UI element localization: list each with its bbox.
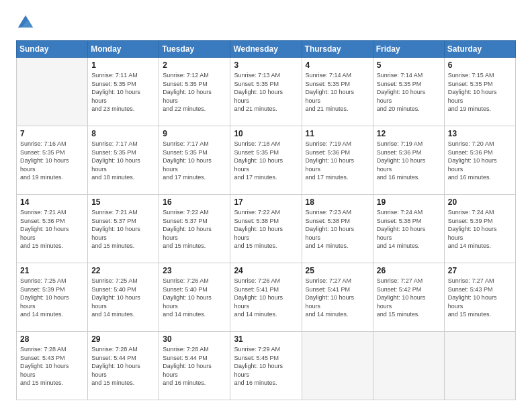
- calendar-cell: 29Sunrise: 7:28 AMSunset: 5:44 PMDayligh…: [88, 332, 159, 400]
- day-number: 2: [163, 60, 226, 70]
- day-info: Sunrise: 7:21 AMSunset: 5:37 PMDaylight:…: [91, 208, 155, 250]
- weekday-header-row: SundayMondayTuesdayWednesdayThursdayFrid…: [17, 41, 516, 58]
- day-number: 17: [234, 197, 298, 207]
- calendar-cell: [373, 332, 444, 400]
- calendar-cell: 22Sunrise: 7:25 AMSunset: 5:40 PMDayligh…: [88, 263, 159, 332]
- day-info: Sunrise: 7:24 AMSunset: 5:39 PMDaylight:…: [448, 208, 512, 250]
- calendar-cell: 7Sunrise: 7:16 AMSunset: 5:35 PMDaylight…: [17, 126, 88, 195]
- day-number: 15: [91, 197, 155, 207]
- day-info: Sunrise: 7:17 AMSunset: 5:35 PMDaylight:…: [163, 140, 226, 182]
- day-number: 3: [234, 60, 298, 70]
- calendar-cell: 15Sunrise: 7:21 AMSunset: 5:37 PMDayligh…: [88, 195, 159, 263]
- calendar-cell: 17Sunrise: 7:22 AMSunset: 5:38 PMDayligh…: [230, 195, 302, 263]
- day-number: 18: [306, 197, 369, 207]
- day-number: 20: [448, 197, 512, 207]
- week-row-5: 28Sunrise: 7:28 AMSunset: 5:43 PMDayligh…: [17, 332, 516, 400]
- day-number: 28: [20, 334, 84, 344]
- week-row-4: 21Sunrise: 7:25 AMSunset: 5:39 PMDayligh…: [17, 263, 516, 332]
- day-info: Sunrise: 7:24 AMSunset: 5:38 PMDaylight:…: [377, 208, 441, 250]
- day-info: Sunrise: 7:27 AMSunset: 5:41 PMDaylight:…: [306, 277, 369, 319]
- day-number: 22: [91, 266, 155, 275]
- day-info: Sunrise: 7:16 AMSunset: 5:35 PMDaylight:…: [20, 140, 84, 182]
- calendar-cell: 30Sunrise: 7:28 AMSunset: 5:44 PMDayligh…: [159, 332, 230, 400]
- calendar-cell: [444, 332, 515, 400]
- weekday-thursday: Thursday: [302, 41, 373, 58]
- calendar-cell: 21Sunrise: 7:25 AMSunset: 5:39 PMDayligh…: [17, 263, 88, 332]
- day-number: 16: [163, 197, 226, 207]
- day-info: Sunrise: 7:25 AMSunset: 5:40 PMDaylight:…: [91, 277, 155, 319]
- calendar-cell: 2Sunrise: 7:12 AMSunset: 5:35 PMDaylight…: [159, 58, 230, 126]
- page: SundayMondayTuesdayWednesdayThursdayFrid…: [0, 0, 532, 411]
- day-number: 1: [91, 60, 155, 70]
- calendar-cell: 6Sunrise: 7:15 AMSunset: 5:35 PMDaylight…: [444, 58, 515, 126]
- calendar-cell: 27Sunrise: 7:27 AMSunset: 5:43 PMDayligh…: [444, 263, 515, 332]
- calendar-cell: 19Sunrise: 7:24 AMSunset: 5:38 PMDayligh…: [373, 195, 444, 263]
- calendar-table: SundayMondayTuesdayWednesdayThursdayFrid…: [16, 40, 516, 400]
- calendar-cell: 24Sunrise: 7:26 AMSunset: 5:41 PMDayligh…: [230, 263, 302, 332]
- week-row-1: 1Sunrise: 7:11 AMSunset: 5:35 PMDaylight…: [17, 58, 516, 126]
- calendar-cell: 28Sunrise: 7:28 AMSunset: 5:43 PMDayligh…: [17, 332, 88, 400]
- calendar-cell: 9Sunrise: 7:17 AMSunset: 5:35 PMDaylight…: [159, 126, 230, 195]
- day-number: 19: [377, 197, 441, 207]
- calendar-cell: [17, 58, 88, 126]
- calendar-cell: 1Sunrise: 7:11 AMSunset: 5:35 PMDaylight…: [88, 58, 159, 126]
- calendar-cell: 25Sunrise: 7:27 AMSunset: 5:41 PMDayligh…: [302, 263, 373, 332]
- day-info: Sunrise: 7:27 AMSunset: 5:42 PMDaylight:…: [377, 277, 441, 319]
- calendar-cell: 20Sunrise: 7:24 AMSunset: 5:39 PMDayligh…: [444, 195, 515, 263]
- day-info: Sunrise: 7:20 AMSunset: 5:36 PMDaylight:…: [448, 140, 512, 182]
- day-number: 4: [306, 60, 369, 70]
- day-info: Sunrise: 7:12 AMSunset: 5:35 PMDaylight:…: [163, 71, 226, 113]
- day-number: 27: [448, 266, 512, 275]
- day-number: 31: [234, 334, 298, 344]
- calendar-cell: 18Sunrise: 7:23 AMSunset: 5:38 PMDayligh…: [302, 195, 373, 263]
- calendar-cell: [302, 332, 373, 400]
- header: [16, 13, 516, 32]
- day-info: Sunrise: 7:14 AMSunset: 5:35 PMDaylight:…: [306, 71, 369, 113]
- day-number: 29: [91, 334, 155, 344]
- day-number: 25: [306, 266, 369, 275]
- day-info: Sunrise: 7:22 AMSunset: 5:38 PMDaylight:…: [234, 208, 298, 250]
- calendar-cell: 12Sunrise: 7:19 AMSunset: 5:36 PMDayligh…: [373, 126, 444, 195]
- day-number: 30: [163, 334, 226, 344]
- day-number: 24: [234, 266, 298, 275]
- day-number: 12: [377, 129, 441, 138]
- logo: [16, 13, 38, 32]
- day-info: Sunrise: 7:19 AMSunset: 5:36 PMDaylight:…: [377, 140, 441, 182]
- calendar-cell: 23Sunrise: 7:26 AMSunset: 5:40 PMDayligh…: [159, 263, 230, 332]
- weekday-friday: Friday: [373, 41, 444, 58]
- day-number: 9: [163, 129, 226, 138]
- day-info: Sunrise: 7:27 AMSunset: 5:43 PMDaylight:…: [448, 277, 512, 319]
- weekday-wednesday: Wednesday: [230, 41, 302, 58]
- day-info: Sunrise: 7:23 AMSunset: 5:38 PMDaylight:…: [306, 208, 369, 250]
- day-info: Sunrise: 7:18 AMSunset: 5:35 PMDaylight:…: [234, 140, 298, 182]
- weekday-saturday: Saturday: [444, 41, 515, 58]
- calendar-cell: 3Sunrise: 7:13 AMSunset: 5:35 PMDaylight…: [230, 58, 302, 126]
- day-number: 5: [377, 60, 441, 70]
- calendar-cell: 31Sunrise: 7:29 AMSunset: 5:45 PMDayligh…: [230, 332, 302, 400]
- day-info: Sunrise: 7:11 AMSunset: 5:35 PMDaylight:…: [91, 71, 155, 113]
- calendar-cell: 8Sunrise: 7:17 AMSunset: 5:35 PMDaylight…: [88, 126, 159, 195]
- day-info: Sunrise: 7:22 AMSunset: 5:37 PMDaylight:…: [163, 208, 226, 250]
- day-info: Sunrise: 7:17 AMSunset: 5:35 PMDaylight:…: [91, 140, 155, 182]
- day-number: 23: [163, 266, 226, 275]
- day-info: Sunrise: 7:15 AMSunset: 5:35 PMDaylight:…: [448, 71, 512, 113]
- calendar-cell: 26Sunrise: 7:27 AMSunset: 5:42 PMDayligh…: [373, 263, 444, 332]
- day-number: 8: [91, 129, 155, 138]
- day-info: Sunrise: 7:28 AMSunset: 5:44 PMDaylight:…: [91, 345, 155, 387]
- day-number: 11: [306, 129, 369, 138]
- week-row-2: 7Sunrise: 7:16 AMSunset: 5:35 PMDaylight…: [17, 126, 516, 195]
- logo-icon: [16, 13, 35, 32]
- calendar-cell: 14Sunrise: 7:21 AMSunset: 5:36 PMDayligh…: [17, 195, 88, 263]
- week-row-3: 14Sunrise: 7:21 AMSunset: 5:36 PMDayligh…: [17, 195, 516, 263]
- day-info: Sunrise: 7:26 AMSunset: 5:41 PMDaylight:…: [234, 277, 298, 319]
- day-info: Sunrise: 7:25 AMSunset: 5:39 PMDaylight:…: [20, 277, 84, 319]
- weekday-monday: Monday: [88, 41, 159, 58]
- day-number: 21: [20, 266, 84, 275]
- day-info: Sunrise: 7:28 AMSunset: 5:43 PMDaylight:…: [20, 345, 84, 387]
- day-info: Sunrise: 7:28 AMSunset: 5:44 PMDaylight:…: [163, 345, 226, 387]
- calendar-cell: 10Sunrise: 7:18 AMSunset: 5:35 PMDayligh…: [230, 126, 302, 195]
- day-info: Sunrise: 7:21 AMSunset: 5:36 PMDaylight:…: [20, 208, 84, 250]
- calendar-cell: 4Sunrise: 7:14 AMSunset: 5:35 PMDaylight…: [302, 58, 373, 126]
- day-number: 13: [448, 129, 512, 138]
- calendar-cell: 11Sunrise: 7:19 AMSunset: 5:36 PMDayligh…: [302, 126, 373, 195]
